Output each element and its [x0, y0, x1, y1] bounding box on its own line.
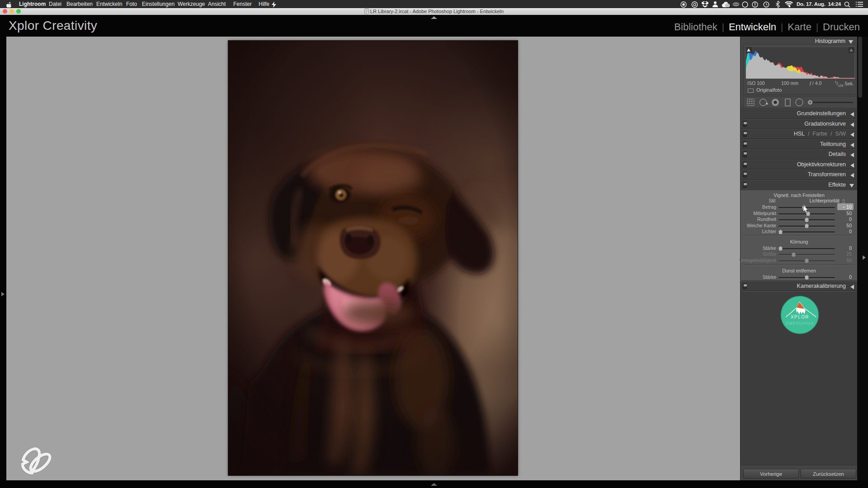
svg-text:XPLOR: XPLOR	[791, 314, 809, 319]
svg-text:CREATIVITY: CREATIVITY	[786, 321, 814, 326]
